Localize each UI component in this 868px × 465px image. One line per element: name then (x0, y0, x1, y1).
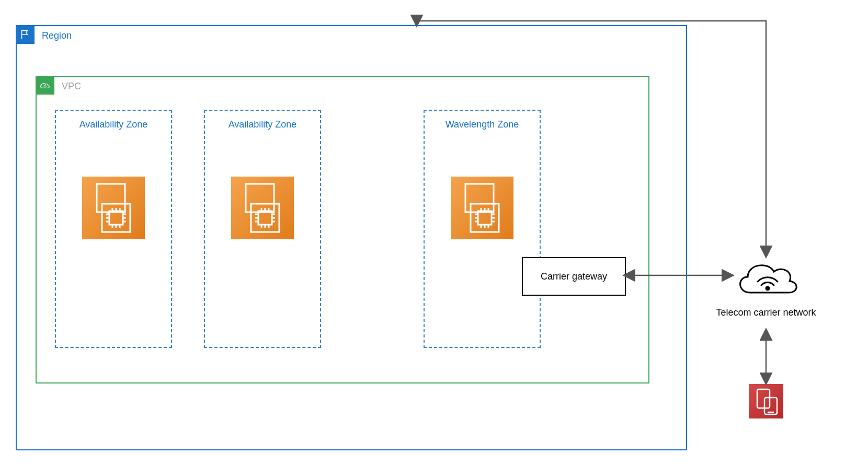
region-flag-icon (16, 25, 35, 44)
ec2-instance-icon (82, 177, 145, 239)
svg-rect-32 (478, 211, 492, 225)
ec2-instance-icon (231, 177, 294, 239)
wavelength-zone: Wavelength Zone (424, 110, 541, 348)
carrier-gateway-box: Carrier gateway (522, 257, 626, 296)
carrier-gateway-label: Carrier gateway (541, 271, 607, 282)
vpc-cloud-icon (36, 76, 54, 95)
svg-rect-2 (109, 211, 123, 225)
availability-zone-2: Availability Zone (204, 110, 321, 348)
vpc-label: VPC (62, 81, 81, 92)
svg-rect-0 (97, 184, 125, 212)
telecom-cloud-icon (732, 256, 800, 303)
availability-zone-1: Availability Zone (55, 110, 172, 348)
svg-rect-46 (757, 389, 770, 408)
svg-point-45 (766, 287, 769, 290)
region-label: Region (42, 30, 72, 41)
svg-rect-15 (246, 184, 274, 212)
ec2-instance-icon (451, 177, 513, 239)
az2-label: Availability Zone (205, 119, 320, 130)
svg-rect-17 (258, 211, 272, 225)
wz-label: Wavelength Zone (425, 119, 540, 130)
mobile-client-icon (749, 384, 783, 419)
svg-rect-30 (465, 184, 494, 212)
telecom-label: Telecom carrier network (698, 307, 834, 318)
az1-label: Availability Zone (56, 119, 171, 130)
